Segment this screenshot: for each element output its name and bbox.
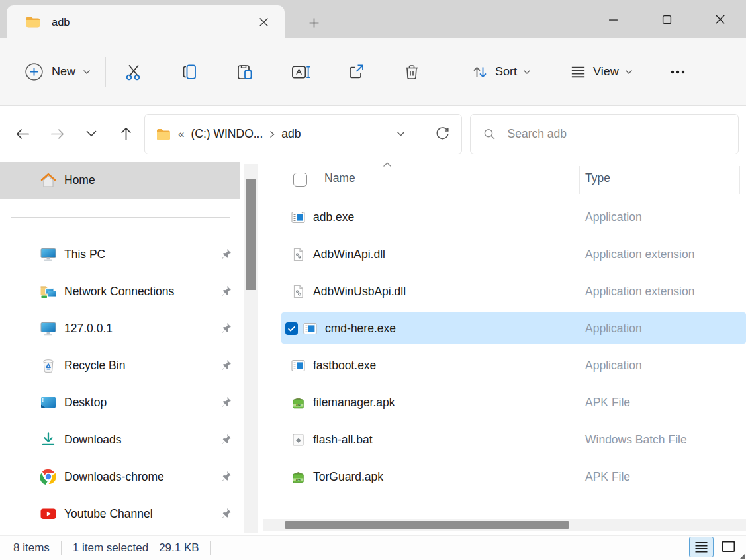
view-toggle-buttons xyxy=(689,537,739,557)
file-name: AdbWinApi.dll xyxy=(313,248,385,261)
refresh-button[interactable] xyxy=(434,126,451,142)
search-input[interactable] xyxy=(506,126,726,142)
sidebar-scrollbar-thumb[interactable] xyxy=(246,179,256,290)
file-row-fastboot-exe[interactable]: fastboot.exeApplication xyxy=(281,347,746,384)
file-name: adb.exe xyxy=(313,210,354,224)
file-list-header: Name Type xyxy=(263,162,746,197)
file-name: cmd-here.exe xyxy=(325,322,396,336)
tab-close-icon[interactable] xyxy=(253,11,274,32)
apk-file-icon: APK xyxy=(291,396,305,410)
share-button[interactable] xyxy=(328,51,384,93)
large-icons-view-button[interactable] xyxy=(718,537,739,557)
file-row-cmd-here-exe[interactable]: cmd-here.exeApplication xyxy=(281,310,746,347)
youtube-icon xyxy=(40,505,57,522)
close-window-button[interactable] xyxy=(705,0,735,38)
sidebar-item-desktop[interactable]: Desktop xyxy=(0,384,240,421)
file-rows: adb.exeApplicationAdbWinApi.dllApplicati… xyxy=(281,199,746,495)
copy-button[interactable] xyxy=(162,51,217,93)
back-button[interactable] xyxy=(7,114,38,154)
sidebar-item-this-pc[interactable]: This PC xyxy=(0,236,240,273)
file-row-torguard-apk[interactable]: APKTorGuard.apkAPK File xyxy=(281,458,746,495)
sort-ascending-caret-icon xyxy=(383,162,392,167)
breadcrumb-folder[interactable]: adb xyxy=(281,127,301,141)
new-tab-button[interactable] xyxy=(299,9,328,36)
trash-icon xyxy=(402,63,421,81)
large-icons-view-icon xyxy=(722,541,735,553)
ellipsis-icon xyxy=(668,62,688,82)
sidebar-item-label: Youtube Channel xyxy=(64,507,153,521)
forward-button[interactable] xyxy=(41,114,73,154)
rename-button[interactable] xyxy=(273,51,328,93)
exe-file-icon xyxy=(303,322,317,336)
svg-text:APK: APK xyxy=(296,478,301,481)
view-lines-icon xyxy=(569,63,587,81)
selection-size: 29.1 KB xyxy=(159,541,199,555)
view-button-label: View xyxy=(593,65,619,79)
resize-grip[interactable] xyxy=(739,553,745,559)
file-type: Application xyxy=(585,359,642,373)
chevron-down-icon xyxy=(523,70,531,75)
file-name: TorGuard.apk xyxy=(313,470,383,484)
copy-icon xyxy=(179,62,199,82)
paste-button[interactable] xyxy=(217,51,273,93)
column-divider[interactable] xyxy=(579,166,580,194)
pin-icon xyxy=(220,248,232,260)
column-divider[interactable] xyxy=(739,166,740,194)
sidebar-item-home[interactable]: Home xyxy=(0,162,240,199)
file-row-adb-exe[interactable]: adb.exeApplication xyxy=(281,199,746,236)
address-row: « (C:) WINDO... adb xyxy=(0,106,746,162)
sort-button[interactable]: Sort xyxy=(465,59,536,85)
maximize-button[interactable] xyxy=(651,0,682,38)
chevron-down-icon xyxy=(625,70,633,75)
column-header-name[interactable]: Name xyxy=(324,171,355,185)
address-bar[interactable]: « (C:) WINDO... adb xyxy=(144,114,462,154)
breadcrumb-drive[interactable]: (C:) WINDO... xyxy=(191,127,263,141)
search-box[interactable] xyxy=(470,114,739,154)
downloads-icon xyxy=(40,431,57,448)
recent-locations-button[interactable] xyxy=(75,114,107,154)
sort-arrows-icon xyxy=(471,63,489,81)
sidebar-item-recycle-bin[interactable]: Recycle Bin xyxy=(0,347,240,384)
file-row-adbwinusbapi-dll[interactable]: AdbWinUsbApi.dllApplication extension xyxy=(281,273,746,310)
sidebar-item-127-0-0-1[interactable]: 127.0.0.1 xyxy=(0,310,240,347)
new-button[interactable]: New xyxy=(19,58,96,86)
sidebar-item-downloads[interactable]: Downloads xyxy=(0,421,240,458)
minimize-button[interactable] xyxy=(598,0,628,38)
details-view-icon xyxy=(694,541,708,553)
details-view-button[interactable] xyxy=(689,537,714,557)
file-row-adbwinapi-dll[interactable]: AdbWinApi.dllApplication extension xyxy=(281,236,746,273)
pin-icon xyxy=(220,397,232,408)
delete-button[interactable] xyxy=(384,51,440,93)
more-options-button[interactable] xyxy=(661,52,695,92)
folder-icon xyxy=(25,14,41,30)
sidebar-item-network-connections[interactable]: Network Connections xyxy=(0,273,240,310)
sidebar-item-youtube-channel[interactable]: Youtube Channel xyxy=(0,495,240,532)
network-connections-icon xyxy=(40,283,57,300)
breadcrumb-overflow-chevrons[interactable]: « xyxy=(178,128,184,141)
bat-file-icon xyxy=(291,433,305,447)
file-type: Application xyxy=(585,210,642,224)
scissors-icon xyxy=(124,62,144,82)
sidebar-item-label: Downloads-chrome xyxy=(64,470,164,484)
sidebar-item-downloads-chrome[interactable]: Downloads-chrome xyxy=(0,458,240,495)
paste-icon xyxy=(235,62,255,82)
sidebar-scrollbar[interactable] xyxy=(244,164,258,533)
select-all-checkbox[interactable] xyxy=(293,173,307,187)
toolbar-divider xyxy=(449,57,449,87)
view-button[interactable]: View xyxy=(564,59,638,85)
file-row-flash-all-bat[interactable]: flash-all.batWindows Batch File xyxy=(281,421,746,458)
horizontal-scrollbar-thumb[interactable] xyxy=(285,521,569,529)
pin-icon xyxy=(220,471,232,483)
explorer-tab-adb[interactable]: adb xyxy=(7,5,285,38)
sidebar-item-label: Desktop xyxy=(64,396,107,410)
cut-button[interactable] xyxy=(106,51,162,93)
row-checkbox-checked[interactable] xyxy=(285,322,298,335)
remote-pc-icon xyxy=(40,320,57,337)
address-dropdown-icon[interactable] xyxy=(396,131,405,137)
file-row-filemanager-apk[interactable]: APKfilemanager.apkAPK File xyxy=(281,384,746,421)
column-header-type[interactable]: Type xyxy=(585,171,610,185)
horizontal-scrollbar[interactable] xyxy=(263,519,746,531)
pin-icon xyxy=(220,359,232,371)
up-button[interactable] xyxy=(110,114,142,154)
file-name: filemanager.apk xyxy=(313,396,395,410)
